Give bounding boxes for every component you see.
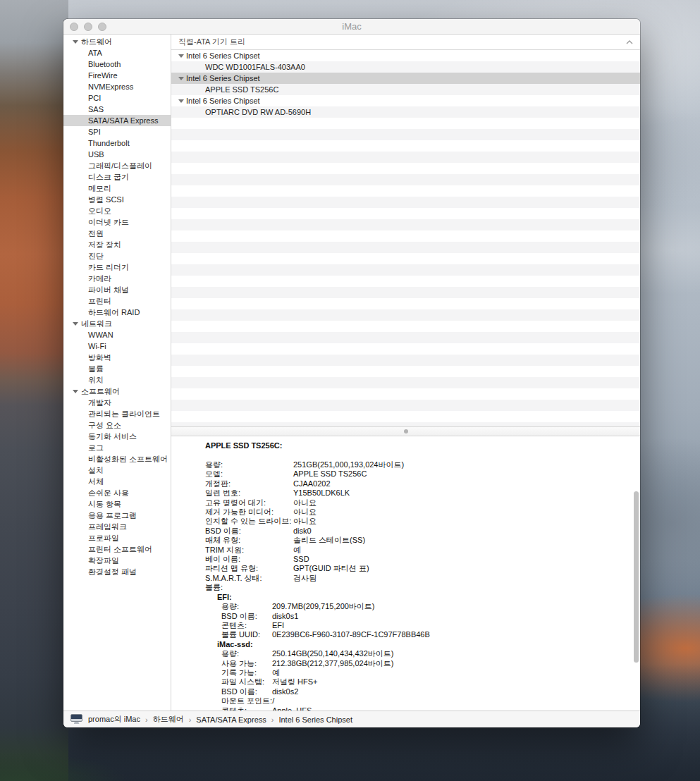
detail-value: / <box>272 696 274 706</box>
detail-value: 솔리드 스테이트(SS) <box>293 536 365 545</box>
sidebar-item[interactable]: 오디오 <box>63 205 171 216</box>
tree-row[interactable]: Intel 6 Series Chipset <box>171 95 640 106</box>
sidebar-item[interactable]: 환경설정 패널 <box>63 566 171 577</box>
sidebar-item[interactable]: PCI <box>63 92 171 104</box>
detail-value: APPLE SSD TS256C <box>293 469 367 479</box>
detail-label: 개정판: <box>205 479 293 488</box>
disclosure-triangle-icon <box>73 390 78 393</box>
sidebar-item[interactable]: 구성 요소 <box>63 419 171 431</box>
tree-row[interactable]: WDC WD1001FALS-403AA0 <box>171 61 640 73</box>
detail-label: 마운트 포인트: <box>221 696 272 706</box>
sidebar-item[interactable]: 응용 프로그램 <box>63 510 171 521</box>
sidebar-section-header[interactable]: 소프트웨어 <box>63 386 171 397</box>
wallpaper-trees <box>0 739 296 781</box>
detail-value: 250.14GB(250,140,434,432바이트) <box>272 649 393 658</box>
detail-row: 기록 가능:예 <box>221 668 626 677</box>
sidebar-item[interactable]: 로그 <box>63 442 171 453</box>
sidebar-item[interactable]: 진단 <box>63 250 171 262</box>
disclosure-triangle-icon <box>73 322 78 326</box>
sidebar-item[interactable]: 프린터 소프트웨어 <box>63 543 171 555</box>
sidebar-item[interactable]: 이더넷 카드 <box>63 216 171 228</box>
imac-icon <box>70 714 82 725</box>
breadcrumb-segment: SATA/SATA Express <box>196 715 266 724</box>
sidebar-item[interactable]: SATA/SATA Express <box>63 115 171 126</box>
sidebar-item[interactable]: 전원 <box>63 228 171 239</box>
detail-value: disk0s1 <box>272 612 298 621</box>
detail-value: 아니요 <box>293 517 317 526</box>
sidebar-item[interactable]: NVMExpress <box>63 81 171 92</box>
sidebar-section-label: 하드웨어 <box>81 36 112 47</box>
splitter[interactable] <box>171 426 640 436</box>
sidebar-item[interactable]: Thunderbolt <box>63 137 171 149</box>
detail-row: 콘텐츠:EFI <box>221 621 626 630</box>
detail-row: 콘텐츠:Apple_HFS <box>221 706 626 711</box>
sidebar-item[interactable]: SAS <box>63 104 171 115</box>
detail-row: 모델:APPLE SSD TS256C <box>205 469 626 479</box>
detail-label: 콘텐츠: <box>221 621 272 630</box>
detail-value: SSD <box>293 555 309 564</box>
sidebar-item[interactable]: 시동 항목 <box>63 498 171 510</box>
detail-label: EFI: <box>217 593 232 602</box>
detail-label: 사용 가능: <box>221 659 272 668</box>
sidebar-item[interactable]: 병렬 SCSI <box>63 194 171 205</box>
sidebar-item[interactable]: 확장파일 <box>63 555 171 566</box>
sidebar-item[interactable]: 메모리 <box>63 183 171 194</box>
wallpaper-cliff <box>0 0 68 781</box>
sort-ascending-icon <box>626 40 633 44</box>
tree-row[interactable]: APPLE SSD TS256C <box>171 84 640 95</box>
detail-label: 볼륨 UUID: <box>221 630 272 639</box>
sidebar-item[interactable]: Wi-Fi <box>63 340 171 352</box>
sidebar-item[interactable]: 볼륨 <box>63 363 171 374</box>
sidebar-section-header[interactable]: 하드웨어 <box>63 36 171 47</box>
sidebar-item[interactable]: 비활성화된 소프트웨어 <box>63 453 171 465</box>
detail-row: EFI: <box>217 593 626 602</box>
sidebar-item[interactable]: 저장 장치 <box>63 239 171 250</box>
sidebar-item[interactable]: 개발자 <box>63 397 171 408</box>
detail-row: 인지할 수 있는 드라이브:아니요 <box>205 517 626 526</box>
tree-column-header[interactable]: 직렬-ATA 기기 트리 <box>171 35 640 50</box>
sidebar-item[interactable]: 설치 <box>63 465 171 476</box>
sidebar-item[interactable]: FireWire <box>63 70 171 81</box>
detail-row: 용량:209.7MB(209,715,200바이트) <box>221 602 626 611</box>
sidebar-item[interactable]: 동기화 서비스 <box>63 431 171 442</box>
system-information-window: iMac 하드웨어ATABluetoothFireWireNVMExpressP… <box>63 19 640 727</box>
sidebar-item[interactable]: WWAN <box>63 329 171 340</box>
sidebar-item[interactable]: 카드 리더기 <box>63 262 171 273</box>
detail-value: 아니요 <box>293 508 317 517</box>
sidebar-item[interactable]: USB <box>63 149 171 160</box>
disclosure-triangle-icon <box>178 99 184 103</box>
sidebar-item[interactable]: 서체 <box>63 476 171 487</box>
detail-label: 제거 가능한 미디어: <box>205 508 293 517</box>
sidebar-item[interactable]: 카메라 <box>63 273 171 284</box>
sidebar-item[interactable]: 방화벽 <box>63 352 171 363</box>
detail-value: CJAA0202 <box>293 479 331 488</box>
sidebar-item[interactable]: 디스크 굽기 <box>63 171 171 183</box>
sidebar-item[interactable]: 손쉬운 사용 <box>63 487 171 498</box>
tree-row[interactable]: OPTIARC DVD RW AD-5690H <box>171 106 640 118</box>
tree-row[interactable]: Intel 6 Series Chipset <box>171 50 640 61</box>
titlebar[interactable]: iMac <box>63 19 640 35</box>
scrollbar-thumb[interactable] <box>634 491 639 663</box>
sidebar-item[interactable]: SPI <box>63 126 171 137</box>
sidebar-item[interactable]: 파이버 채널 <box>63 284 171 295</box>
disclosure-triangle-icon <box>73 40 78 44</box>
sidebar-item[interactable]: 하드웨어 RAID <box>63 307 171 318</box>
sidebar-item[interactable]: Bluetooth <box>63 59 171 70</box>
detail-value: 209.7MB(209,715,200바이트) <box>272 602 375 611</box>
detail-label: 일련 번호: <box>205 488 293 498</box>
detail-label: BSD 이름: <box>221 612 272 621</box>
sidebar-item[interactable]: 프린터 <box>63 295 171 307</box>
sidebar-item[interactable]: 그래픽/디스플레이 <box>63 160 171 171</box>
breadcrumb-separator: › <box>271 715 274 724</box>
sidebar-item[interactable]: ATA <box>63 47 171 59</box>
sidebar-item[interactable]: 관리되는 클라이언트 <box>63 408 171 419</box>
sidebar-item[interactable]: 프로파일 <box>63 532 171 543</box>
detail-row: 일련 번호:Y15B50LDK6LK <box>205 488 626 498</box>
sidebar-section-label: 네트워크 <box>81 318 112 329</box>
detail-label: 기록 가능: <box>221 668 272 677</box>
detail-row: 볼륨 UUID:0E239BC6-F960-3107-89CF-1C97F78B… <box>221 630 626 639</box>
sidebar-section-header[interactable]: 네트워크 <box>63 318 171 329</box>
sidebar-item[interactable]: 위치 <box>63 374 171 386</box>
tree-row[interactable]: Intel 6 Series Chipset <box>171 73 640 84</box>
sidebar-item[interactable]: 프레임워크 <box>63 521 171 532</box>
